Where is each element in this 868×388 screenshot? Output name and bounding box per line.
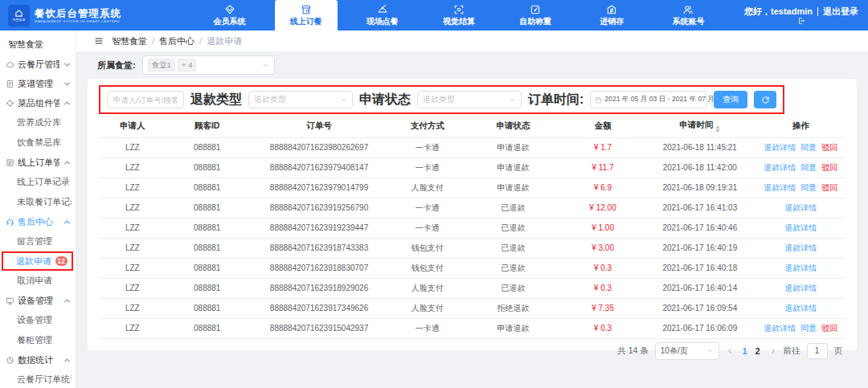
logo-badge-text: 智慧食堂: [13, 18, 26, 22]
nav-item-online-ordering[interactable]: 线上订餐: [275, 0, 338, 31]
search-button[interactable]: 查询: [714, 91, 747, 108]
pay-method-cell: 钱包支付: [390, 258, 465, 278]
sidebar-item-refund-request[interactable]: 退款申请12: [2, 251, 73, 271]
sidebar-item-nutrition-library[interactable]: 营养成分库: [0, 112, 76, 133]
canteen-select[interactable]: 食堂1+ 4: [142, 55, 275, 75]
apply-time-cell: 2021-06-17 16:06:09: [644, 318, 755, 338]
nav-item-visual-checkout[interactable]: 视觉结算: [428, 0, 490, 31]
sidebar-item-diet-taboo-library[interactable]: 饮食禁忌库: [0, 133, 76, 153]
nav-item-self-weighing[interactable]: 自助称重: [504, 0, 567, 31]
search-input[interactable]: [107, 91, 184, 108]
reject-link[interactable]: 驳回: [821, 183, 837, 192]
column-header: 申请人: [99, 116, 166, 137]
chevron-down-icon: [509, 96, 516, 104]
sidebar-item-recipe-management[interactable]: 菜谱管理: [0, 74, 76, 93]
sidebar-item-after-sales-center[interactable]: 售后中心: [0, 212, 76, 231]
approve-link[interactable]: 同意: [800, 163, 817, 172]
pay-method-cell: 一卡通: [390, 318, 465, 338]
device-icon: [6, 296, 14, 305]
sidebar-item-data-statistics[interactable]: 数据统计: [0, 350, 76, 370]
sidebar-item-label: 饮食禁忌库: [17, 137, 72, 149]
apply-status-select[interactable]: 退款类型: [417, 91, 522, 108]
pay-method-cell: 人脸支付: [390, 298, 465, 318]
sidebar-item-unclaimed-order-records[interactable]: 未取餐订单记录: [0, 192, 76, 212]
breadcrumb-item[interactable]: 售后中心: [159, 35, 194, 47]
sidebar-item-cabinet-management[interactable]: 餐柜管理: [0, 330, 76, 350]
table-row: LZZ0888818888842071623918743383钱包支付已退款¥ …: [99, 238, 845, 258]
nav-item-system-account[interactable]: 系统账号: [657, 0, 719, 31]
applicant-cell: LZZ: [99, 298, 166, 318]
page-button-2[interactable]: 2: [753, 346, 763, 356]
sidebar-item-cancel-request[interactable]: 取消申请: [0, 271, 76, 291]
refund-detail-link[interactable]: 退款详情: [784, 203, 817, 212]
refund-detail-link[interactable]: 退款详情: [764, 163, 796, 172]
house-icon: [14, 9, 23, 18]
actions-cell: 退款详情: [755, 298, 845, 318]
actions-cell: 退款详情同意驳回: [755, 137, 845, 157]
refund-type-select[interactable]: 退款类型: [248, 91, 353, 108]
page-size-value: 10条/页: [661, 345, 688, 357]
pay-method-cell: 人脸支付: [390, 278, 465, 298]
logout-link[interactable]: 退出登录: [823, 6, 858, 17]
page-size-select[interactable]: 10条/页: [655, 342, 719, 360]
sort-icon[interactable]: [715, 125, 720, 133]
nav-item-onsite-ordering[interactable]: 现场点餐: [351, 0, 414, 31]
reject-link[interactable]: 驳回: [821, 324, 837, 333]
sidebar-item-label: 设备管理: [17, 314, 72, 326]
approve-link[interactable]: 同意: [800, 143, 817, 152]
sidebar-item-device-management-item[interactable]: 设备管理: [0, 310, 76, 330]
apply-time-cell: 2021-06-18 11:45:21: [644, 137, 755, 157]
customer-id-cell: 088881: [166, 218, 248, 238]
sidebar-item-online-order-management[interactable]: 线上订单管理: [0, 153, 76, 172]
prev-page-button[interactable]: [726, 347, 734, 355]
sidebar-item-label: 云餐厅管理: [18, 59, 59, 71]
refund-detail-link[interactable]: 退款详情: [784, 263, 817, 272]
sidebar-item-online-order-records[interactable]: 线上订单记录: [0, 172, 76, 192]
nav-item-member-system[interactable]: 会员系统: [199, 0, 261, 31]
logout-icon[interactable]: [797, 17, 805, 25]
actions-cell: 退款详情: [755, 258, 845, 278]
order-no-cell: 8888842071623918830707: [248, 258, 391, 278]
next-page-button[interactable]: [769, 347, 777, 355]
sidebar-item-message-management[interactable]: 留言管理: [0, 231, 76, 251]
sidebar-item-label: 售后中心: [18, 216, 59, 228]
pay-method-cell: 一卡通: [390, 157, 465, 178]
goto-page-input[interactable]: [807, 343, 828, 359]
status-cell: 已退款: [465, 198, 562, 218]
sidebar-item-cloud-restaurant-order-stats[interactable]: 云餐厅订单统计: [0, 370, 76, 388]
amount-cell: ¥ 11.7: [562, 157, 644, 178]
page-button-1[interactable]: 1: [740, 346, 750, 356]
reject-link[interactable]: 驳回: [821, 163, 837, 172]
refresh-button[interactable]: [754, 91, 776, 108]
sidebar-item-dish-component-management[interactable]: 菜品组件管理: [0, 93, 76, 112]
refund-detail-link[interactable]: 退款详情: [784, 284, 817, 292]
headset-icon: [6, 218, 14, 227]
approve-link[interactable]: 同意: [800, 324, 817, 333]
nav-item-inventory[interactable]: 进销存: [580, 0, 643, 31]
sidebar-item-cloud-restaurant-management[interactable]: 云餐厅管理: [0, 55, 76, 74]
customer-id-cell: 088881: [166, 318, 248, 338]
menu-toggle-icon[interactable]: [94, 36, 104, 46]
apply-status-label: 申请状态: [359, 92, 411, 108]
inventory-icon: [606, 4, 617, 15]
customer-id-cell: 088881: [166, 137, 248, 157]
refund-detail-link[interactable]: 退款详情: [764, 324, 796, 333]
chevron-up-icon: [63, 158, 72, 167]
cloche-icon: [377, 4, 388, 15]
order-list-icon: [6, 158, 14, 167]
reject-link[interactable]: 驳回: [821, 143, 837, 152]
refund-detail-link[interactable]: 退款详情: [784, 243, 817, 252]
chevron-up-icon: [63, 218, 72, 227]
customer-id-cell: 088881: [166, 178, 248, 198]
refund-detail-link[interactable]: 退款详情: [764, 183, 796, 192]
breadcrumb-item[interactable]: 智慧食堂: [112, 35, 147, 47]
refund-detail-link[interactable]: 退款详情: [784, 304, 817, 312]
date-range-input[interactable]: 2021 年 05 月 03 日 - 2021 年 07 月 08 日: [590, 91, 707, 108]
apply-time-cell: 2021-06-17 16:40:19: [644, 238, 755, 258]
sidebar-item-device-management[interactable]: 设备管理: [0, 291, 76, 310]
table-row: LZZ0888818888842071623917349626人脸支付拒绝退款¥…: [99, 298, 845, 318]
calendar-icon: [595, 96, 602, 104]
approve-link[interactable]: 同意: [800, 183, 817, 192]
refund-detail-link[interactable]: 退款详情: [764, 143, 796, 152]
refund-detail-link[interactable]: 退款详情: [784, 223, 817, 232]
